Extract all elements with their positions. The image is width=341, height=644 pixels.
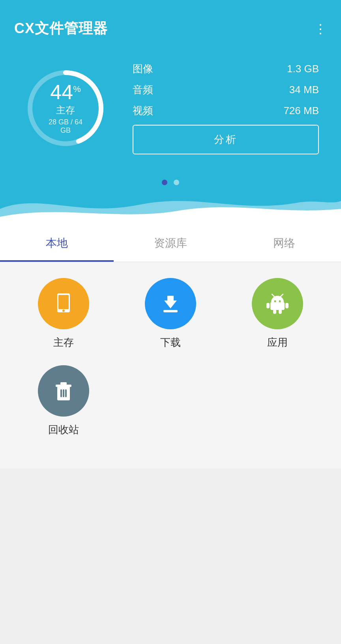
svg-rect-15 xyxy=(273,309,276,314)
images-label: 图像 xyxy=(133,62,153,76)
icon-item-download[interactable]: 下载 xyxy=(121,278,220,349)
app-title: CX文件管理器 xyxy=(14,19,108,38)
tabs-bar: 本地 资源库 网络 xyxy=(0,225,341,262)
circle-center: 44% 主存 28 GB / 64 GB xyxy=(44,82,87,135)
download-icon-circle xyxy=(145,278,196,329)
circle-label: 主存 xyxy=(44,104,87,116)
storage-section: 44% 主存 28 GB / 64 GB 图像 1.3 GB 音频 34 MB … xyxy=(14,62,327,154)
analyze-button[interactable]: 分析 xyxy=(133,125,319,154)
tab-local[interactable]: 本地 xyxy=(0,225,114,262)
svg-line-11 xyxy=(272,294,274,297)
audio-value: 34 MB xyxy=(289,84,319,96)
trash-label: 回收站 xyxy=(48,423,79,437)
main-content: 主存 下载 xyxy=(0,262,341,468)
trash-icon xyxy=(51,378,76,404)
circle-percent: 44% xyxy=(44,82,87,102)
svg-rect-6 xyxy=(163,310,178,312)
icon-item-trash[interactable]: 回收站 xyxy=(14,365,113,437)
svg-rect-18 xyxy=(60,389,62,397)
apps-label: 应用 xyxy=(267,336,288,349)
download-label: 下载 xyxy=(160,336,181,349)
circle-size: 28 GB / 64 GB xyxy=(44,118,87,135)
top-bar: CX文件管理器 ⋮ xyxy=(14,19,327,38)
more-icon[interactable]: ⋮ xyxy=(314,23,327,35)
video-label: 视频 xyxy=(133,104,153,118)
audio-label: 音频 xyxy=(133,83,153,97)
svg-rect-13 xyxy=(266,303,270,308)
images-value: 1.3 GB xyxy=(287,63,319,75)
download-icon xyxy=(158,291,183,316)
tab-resources[interactable]: 资源库 xyxy=(114,225,227,262)
tab-network[interactable]: 网络 xyxy=(227,225,341,262)
svg-rect-8 xyxy=(270,302,285,310)
icon-grid: 主存 下载 xyxy=(14,278,327,437)
storage-circle: 44% 主存 28 GB / 64 GB xyxy=(22,65,109,152)
page-dots xyxy=(14,170,327,185)
wave-separator xyxy=(0,185,341,225)
storage-label: 主存 xyxy=(53,336,74,349)
icon-item-storage[interactable]: 主存 xyxy=(14,278,113,349)
storage-details: 图像 1.3 GB 音频 34 MB 视频 726 MB 分析 xyxy=(133,62,319,154)
icon-item-apps[interactable]: 应用 xyxy=(228,278,327,349)
svg-rect-14 xyxy=(285,303,289,308)
svg-rect-19 xyxy=(63,389,64,397)
dot-1[interactable] xyxy=(162,180,167,185)
android-icon xyxy=(265,291,290,316)
svg-point-9 xyxy=(274,300,276,302)
svg-rect-16 xyxy=(279,309,282,314)
svg-point-4 xyxy=(62,310,65,312)
svg-rect-22 xyxy=(60,382,67,385)
header-area: CX文件管理器 ⋮ 44% 主存 28 GB / 64 GB 图像 1.3 GB xyxy=(0,0,341,185)
storage-row-images: 图像 1.3 GB xyxy=(133,62,319,76)
svg-rect-20 xyxy=(65,389,67,397)
svg-marker-5 xyxy=(164,296,177,308)
storage-row-audio: 音频 34 MB xyxy=(133,83,319,97)
storage-icon-circle xyxy=(38,278,89,329)
trash-icon-circle xyxy=(38,365,89,417)
svg-line-12 xyxy=(281,294,283,297)
svg-rect-3 xyxy=(58,295,69,309)
video-value: 726 MB xyxy=(283,105,319,117)
storage-row-video: 视频 726 MB xyxy=(133,104,319,118)
svg-point-10 xyxy=(279,300,281,302)
apps-icon-circle xyxy=(252,278,303,329)
phone-icon xyxy=(51,291,76,316)
dot-2[interactable] xyxy=(174,180,179,185)
